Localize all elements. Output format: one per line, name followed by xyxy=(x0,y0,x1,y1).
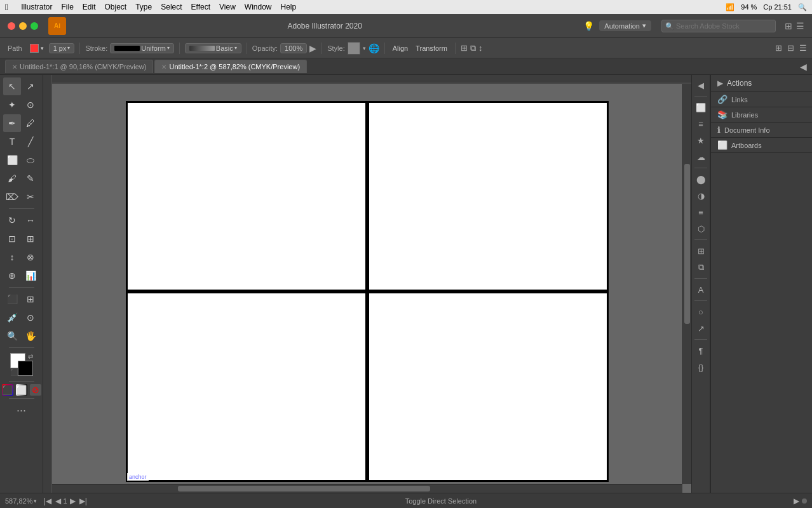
direct-selection-tool[interactable]: ↗ xyxy=(22,77,39,95)
style-arrow[interactable]: ▾ xyxy=(363,45,366,51)
search-stock-input[interactable] xyxy=(661,20,776,32)
tab-close-0[interactable]: ✕ xyxy=(12,64,17,70)
zoom-tool[interactable]: 🔍 xyxy=(3,327,21,345)
stroke-color-swatch[interactable] xyxy=(30,44,39,53)
stroke-color-picker[interactable]: ▾ xyxy=(27,43,46,54)
menu-icon[interactable]: ☰ xyxy=(799,43,807,53)
para-panel-icon[interactable]: ¶ xyxy=(693,343,708,358)
vertical-scrollbar[interactable] xyxy=(682,84,691,484)
swap-colors-icon[interactable]: ⇄ xyxy=(28,353,33,360)
transform-button[interactable]: Transform xyxy=(413,43,450,53)
artboard-bottom-left[interactable] xyxy=(126,291,367,482)
fill-style-dropdown[interactable]: Basic ▾ xyxy=(185,43,241,53)
grid-view-icon[interactable]: ⊞ xyxy=(785,21,792,31)
globe-icon[interactable]: 🌐 xyxy=(369,43,379,53)
align-button[interactable]: Align xyxy=(390,43,410,53)
menu-select[interactable]: Select xyxy=(161,3,182,11)
opacity-expand-icon[interactable]: ▶ xyxy=(309,43,316,53)
style-swatch[interactable] xyxy=(348,42,360,55)
opentype-panel-icon[interactable]: {} xyxy=(693,359,708,375)
gradient-tool[interactable]: ⬛ xyxy=(3,290,21,308)
gradient-mode-button[interactable]: ⬜ xyxy=(16,384,27,396)
transparency-panel-icon[interactable]: ⬡ xyxy=(693,221,708,236)
pen-tool[interactable]: ✒ xyxy=(3,114,21,132)
eraser-tool[interactable]: ⌦ xyxy=(3,188,21,206)
blend-tool[interactable]: ⊙ xyxy=(22,309,39,326)
type-tool[interactable]: T xyxy=(3,133,21,150)
first-page-button[interactable]: |◀ xyxy=(42,497,52,505)
scissors-tool[interactable]: ✂ xyxy=(22,188,39,206)
next-page-button[interactable]: ▶ xyxy=(69,497,77,505)
stroke-width-dropdown[interactable]: 1 px ▾ xyxy=(49,43,75,53)
last-page-button[interactable]: ▶| xyxy=(78,497,88,505)
prev-page-button[interactable]: ◀ xyxy=(54,497,62,505)
tab-1[interactable]: ✕ Untitled-1*:2 @ 587,82% (CMYK/Preview) xyxy=(154,60,307,73)
reshape-tool[interactable]: ⊞ xyxy=(22,230,39,248)
apple-menu-icon[interactable]:  xyxy=(5,2,8,12)
tab-0[interactable]: ✕ Untitled-1*:1 @ 90,16% (CMYK/Preview) xyxy=(5,60,153,73)
rotate-tool[interactable]: ↻ xyxy=(3,211,21,229)
layers-panel-icon[interactable]: ≡ xyxy=(693,116,708,131)
menu-illustrator[interactable]: Illustrator xyxy=(21,3,52,11)
color-mode-button[interactable]: ⬛ xyxy=(2,384,13,396)
menu-view[interactable]: View xyxy=(219,3,236,11)
menu-effect[interactable]: Effect xyxy=(191,3,210,11)
menu-edit[interactable]: Edit xyxy=(83,3,96,11)
search-icon[interactable]: 🔍 xyxy=(798,3,807,11)
document-info-panel-item[interactable]: ℹ Document Info xyxy=(711,123,812,137)
artboards-panel-item[interactable]: ⬜ Artboards xyxy=(711,138,812,152)
hand-tool[interactable]: 🖐 xyxy=(22,327,39,345)
transform-icon[interactable]: ⧉ xyxy=(470,43,476,53)
automation-button[interactable]: Automation ▾ xyxy=(599,20,651,31)
line-tool[interactable]: ╱ xyxy=(22,133,39,150)
fill-panel-icon[interactable]: ⬤ xyxy=(693,171,708,187)
list-view-icon[interactable]: ☰ xyxy=(796,21,804,31)
minimize-window-button[interactable] xyxy=(19,22,27,30)
assets-panel-icon[interactable]: ★ xyxy=(693,133,708,148)
panels-expand-button[interactable]: ◀ xyxy=(693,77,708,93)
free-transform-tool[interactable]: ⊗ xyxy=(22,248,39,266)
stroke-panel-icon[interactable]: ≡ xyxy=(693,204,708,220)
layout-icon[interactable]: ⊟ xyxy=(787,43,794,53)
horizontal-scrollbar[interactable] xyxy=(52,484,682,493)
close-window-button[interactable] xyxy=(8,22,15,30)
menu-file[interactable]: File xyxy=(61,3,73,11)
cc-panel-icon[interactable]: ☁ xyxy=(693,149,708,164)
reflect-tool[interactable]: ↔ xyxy=(22,211,39,229)
vertical-scrollbar-thumb[interactable] xyxy=(684,164,690,324)
stroke-style-dropdown[interactable]: Uniform ▾ xyxy=(110,43,174,53)
menu-type[interactable]: Type xyxy=(135,3,152,11)
warp-tool[interactable]: ↕ xyxy=(3,248,21,266)
panel-collapse-button[interactable]: ◀ xyxy=(800,62,807,72)
gradient-panel-icon[interactable]: ◑ xyxy=(693,188,708,203)
libraries-panel-item[interactable]: 📚 Libraries xyxy=(711,107,812,122)
zoom-dropdown-icon[interactable]: ▾ xyxy=(34,498,37,504)
lasso-tool[interactable]: ⊙ xyxy=(22,96,39,114)
shape-builder-tool[interactable]: ⊕ xyxy=(3,267,21,284)
more-tools-button[interactable]: ··· xyxy=(13,401,30,419)
menu-help[interactable]: Help xyxy=(281,3,297,11)
char-panel-icon[interactable]: A xyxy=(693,282,708,297)
curvature-tool[interactable]: 🖊 xyxy=(22,114,39,132)
canvas-area[interactable]: anchor xyxy=(43,75,691,493)
artboards-panel-icon[interactable]: ⬜ xyxy=(693,100,708,115)
tab-close-1[interactable]: ✕ xyxy=(161,64,166,70)
eyedropper-tool[interactable]: 💉 xyxy=(3,309,21,326)
none-mode-button[interactable]: ⊘ xyxy=(30,384,41,396)
fullscreen-window-button[interactable] xyxy=(30,22,38,30)
pencil-tool[interactable]: ✎ xyxy=(22,170,39,187)
effect-panel-icon[interactable]: ○ xyxy=(693,304,708,319)
rectangle-tool[interactable]: ⬜ xyxy=(3,151,21,169)
horizontal-scrollbar-thumb[interactable] xyxy=(178,486,430,491)
chart-tool[interactable]: 📊 xyxy=(22,267,39,284)
selection-tool[interactable]: ↖ xyxy=(3,77,21,95)
paintbrush-tool[interactable]: 🖌 xyxy=(3,170,21,187)
artboard-bottom-right[interactable]: anchor xyxy=(367,291,609,482)
export-panel-icon[interactable]: ↗ xyxy=(693,321,708,336)
align-panel-icon[interactable]: ⊞ xyxy=(693,243,708,258)
scale-tool[interactable]: ⊡ xyxy=(3,230,21,248)
actions-panel-header[interactable]: ▶ Actions xyxy=(711,75,812,91)
grid-icon[interactable]: ⊞ xyxy=(775,43,782,53)
reset-colors-icon[interactable]: ⬛ xyxy=(10,369,18,376)
links-panel-item[interactable]: 🔗 Links xyxy=(711,92,812,107)
